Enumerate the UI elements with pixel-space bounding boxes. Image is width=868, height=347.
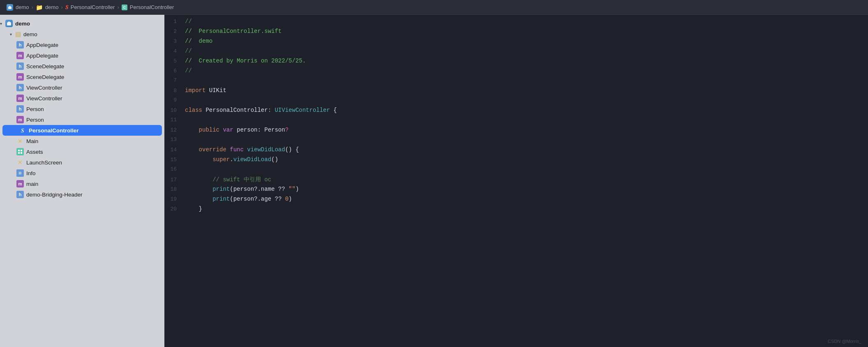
line-content-6: //: [185, 67, 868, 74]
code-line-1: 1 //: [164, 18, 868, 28]
line-num-11: 11: [164, 117, 185, 123]
line-num-2: 2: [164, 28, 185, 35]
line-num-15: 15: [164, 157, 185, 163]
sidebar-item-label: Main: [26, 138, 38, 144]
editor-area[interactable]: 1 // 2 // PersonalController.swift 3 // …: [164, 15, 868, 347]
h-icon-2: h: [16, 62, 24, 70]
breadcrumb-sep-2: ›: [61, 4, 62, 10]
code-line-11: 11: [164, 117, 868, 127]
sidebar-item-viewcontroller-h[interactable]: h ViewController: [0, 82, 164, 93]
xib-icon: ✕: [16, 137, 24, 145]
sidebar-item-label: SceneDelegate: [26, 63, 64, 69]
code-line-6: 6 //: [164, 67, 868, 77]
sidebar-item-scenedelegate-h[interactable]: h SceneDelegate: [0, 61, 164, 72]
sidebar-item-appdelegate-m[interactable]: m AppDelegate: [0, 50, 164, 61]
line-num-19: 19: [164, 196, 185, 202]
sidebar-item-person-m[interactable]: m Person: [0, 114, 164, 125]
sidebar-item-person-h[interactable]: h Person: [0, 104, 164, 114]
breadcrumb-app-label: demo: [16, 4, 29, 10]
assets-icon: [16, 148, 24, 155]
breadcrumb-swift-file[interactable]: 𝑺 PersonalController: [65, 4, 115, 11]
m-icon-3: m: [16, 95, 24, 102]
sidebar-item-label: Person: [26, 117, 44, 123]
line-content-14: override func viewDidLoad() {: [185, 146, 868, 153]
sidebar-group-label: demo: [23, 31, 37, 37]
code-line-16: 16: [164, 166, 868, 176]
line-content-19: print(person?.age ?? 0): [185, 196, 868, 202]
line-content-18: print(person?.name ?? ""): [185, 186, 868, 192]
breadcrumb-class-label: PersonalController: [130, 4, 174, 10]
line-num-17: 17: [164, 177, 185, 183]
sidebar-item-viewcontroller-m[interactable]: m ViewController: [0, 93, 164, 104]
watermark: CSDN @Morris_: [828, 339, 861, 344]
app-icon: [7, 4, 13, 11]
line-num-5: 5: [164, 58, 185, 64]
svg-rect-3: [21, 150, 22, 151]
breadcrumb-app[interactable]: demo: [7, 4, 29, 11]
sidebar-group-demo[interactable]: ▾ ▤ demo: [0, 29, 164, 39]
line-content-17: // swift 中引用 oc: [185, 176, 868, 183]
m-icon: m: [16, 52, 24, 59]
m-icon-4: m: [16, 116, 24, 123]
line-num-12: 12: [164, 127, 185, 133]
line-num-3: 3: [164, 38, 185, 44]
line-content-12: public var person: Person?: [185, 127, 868, 133]
svg-marker-0: [8, 6, 12, 9]
svg-rect-4: [18, 152, 20, 154]
main-layout: ▾ demo ▾ ▤ demo h AppDelegate m AppDeleg…: [0, 15, 868, 347]
sidebar-item-label: demo-Bridging-Header: [26, 192, 83, 198]
sidebar-item-main-xib[interactable]: ✕ Main: [0, 136, 164, 146]
swift-icon-sidebar: 𝑺: [19, 127, 26, 134]
m-icon-2: m: [16, 73, 24, 81]
sidebar-item-label: Assets: [26, 149, 43, 155]
line-num-8: 8: [164, 88, 185, 94]
sidebar-item-label: PersonalController: [29, 127, 79, 134]
code-line-20: 20 }: [164, 206, 868, 215]
sidebar-item-label: ViewController: [26, 85, 62, 91]
code-line-3: 3 // demo: [164, 38, 868, 48]
chevron-down-icon: ▾: [0, 21, 2, 26]
line-num-13: 13: [164, 136, 185, 143]
folder-icon: 📁: [36, 4, 43, 11]
sidebar-item-bridging-header[interactable]: h demo-Bridging-Header: [0, 189, 164, 200]
sidebar-item-appdelegate-h[interactable]: h AppDelegate: [0, 39, 164, 50]
breadcrumb-folder-label: demo: [45, 4, 59, 10]
folder-group-icon: ▤: [15, 30, 21, 38]
code-line-14: 14 override func viewDidLoad() {: [164, 146, 868, 156]
code-line-9: 9: [164, 97, 868, 107]
code-line-12: 12 public var person: Person?: [164, 127, 868, 136]
code-line-7: 7: [164, 77, 868, 87]
sidebar-item-personalcontroller[interactable]: 𝑺 PersonalController: [2, 125, 162, 136]
code-line-19: 19 print(person?.age ?? 0): [164, 196, 868, 206]
m-icon-5: m: [16, 180, 24, 187]
breadcrumb-swift-label: PersonalController: [71, 4, 115, 10]
sidebar-item-label: LaunchScreen: [26, 160, 62, 166]
line-content-15: super.viewDidLoad(): [185, 156, 868, 163]
breadcrumb-bar: demo › 📁 demo › 𝑺 PersonalController › C…: [0, 0, 868, 15]
sidebar-item-label: AppDelegate: [26, 42, 58, 48]
line-content-4: //: [185, 48, 868, 54]
breadcrumb-sep-3: ›: [117, 4, 119, 10]
sidebar-item-info[interactable]: ⊞ Info: [0, 168, 164, 178]
svg-rect-5: [21, 152, 22, 154]
sidebar-root[interactable]: ▾ demo: [0, 18, 164, 29]
swift-file-icon: 𝑺: [65, 4, 68, 11]
sidebar-item-label: main: [26, 181, 38, 187]
h-icon-4: h: [16, 105, 24, 113]
breadcrumb-class[interactable]: C PersonalController: [122, 4, 174, 10]
sidebar-item-label: SceneDelegate: [26, 74, 64, 80]
sidebar-item-assets[interactable]: Assets: [0, 146, 164, 157]
sidebar-item-launchscreen[interactable]: ✕ LaunchScreen: [0, 157, 164, 168]
line-num-9: 9: [164, 97, 185, 103]
line-content-5: // Created by Morris on 2022/5/25.: [185, 58, 868, 64]
code-line-8: 8 import UIKit: [164, 87, 868, 97]
svg-marker-1: [7, 21, 11, 25]
line-content-10: class PersonalController: UIViewControll…: [185, 107, 868, 113]
h-icon-5: h: [16, 191, 24, 198]
breadcrumb-folder[interactable]: 📁 demo: [36, 4, 59, 11]
code-line-15: 15 super.viewDidLoad(): [164, 156, 868, 166]
sidebar-item-main-m[interactable]: m main: [0, 178, 164, 189]
sidebar-item-scenedelegate-m[interactable]: m SceneDelegate: [0, 72, 164, 82]
sidebar-item-label: Info: [26, 170, 36, 176]
h-icon-3: h: [16, 84, 24, 91]
